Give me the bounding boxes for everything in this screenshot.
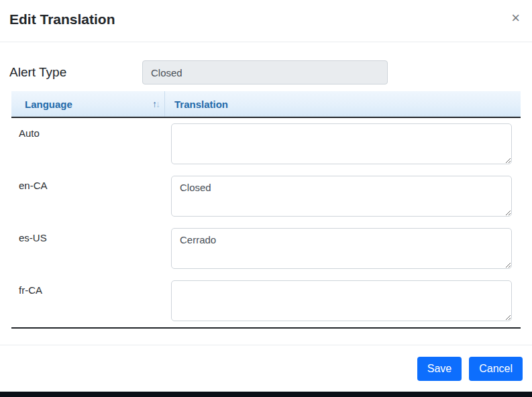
table-row: en-CA: [11, 170, 521, 223]
language-label: Auto: [11, 118, 164, 170]
translation-cell: [164, 223, 521, 275]
translations-table: Language ↑↓ Translation Auto en-CA: [11, 91, 521, 329]
column-header-translation-label: Translation: [174, 99, 228, 110]
alert-type-row: Alert Type: [9, 60, 521, 84]
table-header-row: Language ↑↓ Translation: [11, 91, 521, 118]
language-label: es-US: [11, 223, 164, 275]
language-label: fr-CA: [11, 275, 164, 327]
dialog-title: Edit Translation: [9, 11, 521, 28]
translation-cell: [164, 118, 521, 170]
column-header-translation: Translation: [164, 91, 521, 117]
dialog-header: Edit Translation ×: [0, 0, 532, 42]
table-row: Auto: [11, 118, 521, 170]
alert-type-input: [142, 60, 388, 84]
edit-translation-dialog: Edit Translation × Alert Type Language ↑…: [0, 0, 532, 397]
close-icon[interactable]: ×: [507, 8, 524, 28]
translation-cell: [164, 275, 521, 327]
alert-type-label: Alert Type: [9, 65, 142, 80]
column-header-language-label: Language: [25, 99, 72, 110]
sort-down-arrow: ↓: [156, 99, 159, 109]
page-background-bar: [0, 392, 532, 397]
translation-textarea-es-us[interactable]: [171, 228, 512, 269]
cancel-button[interactable]: Cancel: [469, 357, 523, 381]
translation-textarea-fr-ca[interactable]: [171, 280, 512, 321]
dialog-body: Alert Type Language ↑↓ Translation Auto: [0, 42, 532, 329]
dialog-footer: Save Cancel: [0, 345, 532, 389]
sort-icon: ↑↓: [152, 99, 159, 109]
save-button[interactable]: Save: [417, 357, 462, 381]
translation-textarea-auto[interactable]: [171, 123, 512, 164]
table-row: es-US: [11, 223, 521, 275]
translation-textarea-en-ca[interactable]: [171, 176, 512, 217]
translation-cell: [164, 170, 521, 223]
column-header-language[interactable]: Language ↑↓: [11, 91, 164, 117]
table-row: fr-CA: [11, 275, 521, 327]
language-label: en-CA: [11, 170, 164, 223]
